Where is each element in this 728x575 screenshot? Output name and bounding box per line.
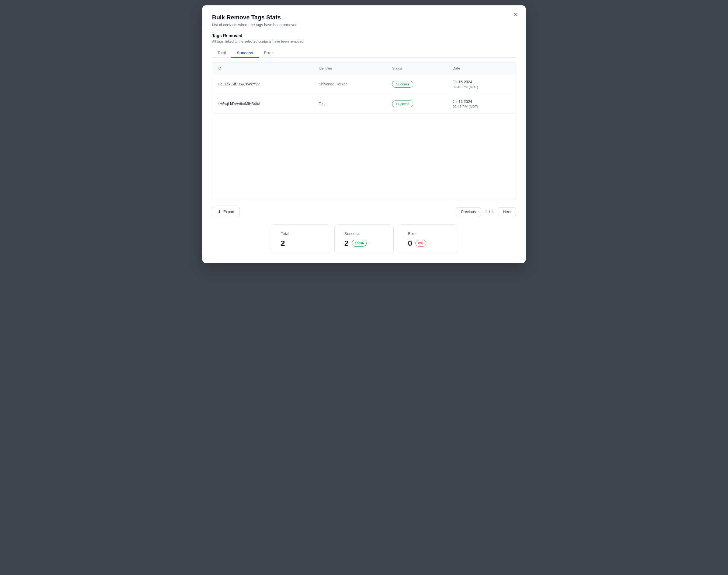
tab-success[interactable]: Success	[232, 48, 258, 58]
pagination: Previous 1 / 1 Next	[456, 207, 516, 216]
stat-error-label: Error	[408, 231, 447, 236]
stat-total: Total 2	[271, 225, 330, 255]
col-identifier: Identifier	[313, 63, 387, 74]
tab-total[interactable]: Total	[212, 48, 232, 58]
table-row: kH6wjLkDVw6xtMlH34bA Test Success Jul 16…	[212, 94, 516, 114]
row1-date: Jul 16 2024 02:42 PM (NDT)	[447, 74, 516, 94]
stats-row: Total 2 Success 2 100% Error 0 0%	[212, 225, 516, 255]
row2-date: Jul 16 2024 02:42 PM (NDT)	[447, 94, 516, 114]
stat-total-label: Total	[281, 231, 320, 236]
table-header-row: ID Identifier Status Date	[212, 63, 516, 74]
error-percent-badge: 0%	[415, 240, 426, 246]
status-badge-success-2: Success	[392, 101, 413, 107]
table-footer: ⬇ Export Previous 1 / 1 Next	[212, 207, 516, 217]
modal-title: Bulk Remove Tags Stats	[212, 14, 516, 21]
row1-identifier: Shivanee Herkar	[313, 74, 387, 94]
export-button[interactable]: ⬇ Export	[212, 207, 240, 217]
modal-overlay: ✕ Bulk Remove Tags Stats List of contact…	[0, 0, 728, 575]
download-icon: ⬇	[218, 209, 221, 214]
modal-subtitle: List of contacts where the tags have bee…	[212, 23, 516, 27]
row1-status: Success	[387, 74, 447, 94]
success-percent-badge: 100%	[352, 240, 367, 246]
stat-success-label: Success	[344, 231, 384, 236]
page-info: 1 / 1	[482, 207, 497, 216]
row1-date-line1: Jul 16 2024	[453, 79, 510, 85]
stat-success-value-row: 2 100%	[344, 239, 384, 248]
next-button[interactable]: Next	[498, 207, 516, 216]
row2-status: Success	[387, 94, 447, 114]
section-title: Tags Removed	[212, 33, 516, 38]
row2-identifier: Test	[313, 94, 387, 114]
modal-container: ✕ Bulk Remove Tags Stats List of contact…	[202, 5, 526, 263]
row1-id: HbL1tixE4fXsw8sWkYVv	[212, 74, 313, 94]
section-description: All tags linked to the selected contacts…	[212, 39, 516, 43]
tab-error[interactable]: Error	[258, 48, 278, 58]
tabs-container: Total Success Error	[212, 48, 516, 58]
row2-date-line2: 02:42 PM (NDT)	[453, 105, 510, 109]
table-row: HbL1tixE4fXsw8sWkYVv Shivanee Herkar Suc…	[212, 74, 516, 94]
stat-error-number: 0	[408, 239, 412, 248]
row1-date-line2: 02:42 PM (NDT)	[453, 85, 510, 89]
row2-date-line1: Jul 16 2024	[453, 99, 510, 105]
close-button[interactable]: ✕	[512, 11, 519, 19]
stat-success-number: 2	[344, 239, 349, 248]
col-id: ID	[212, 63, 313, 74]
status-badge-success: Success	[392, 81, 413, 88]
row2-id: kH6wjLkDVw6xtMlH34bA	[212, 94, 313, 114]
stat-error: Error 0 0%	[398, 225, 457, 255]
export-label: Export	[223, 210, 234, 214]
previous-button[interactable]: Previous	[456, 207, 481, 216]
col-status: Status	[387, 63, 447, 74]
table-wrapper: ID Identifier Status Date HbL1tixE4fXsw8…	[212, 62, 516, 200]
stat-total-number: 2	[281, 239, 285, 248]
stat-error-value-row: 0 0%	[408, 239, 447, 248]
col-date: Date	[447, 63, 516, 74]
results-table: ID Identifier Status Date HbL1tixE4fXsw8…	[212, 63, 516, 200]
stat-success: Success 2 100%	[334, 225, 394, 255]
empty-row	[212, 114, 516, 200]
stat-total-value-row: 2	[281, 239, 320, 248]
